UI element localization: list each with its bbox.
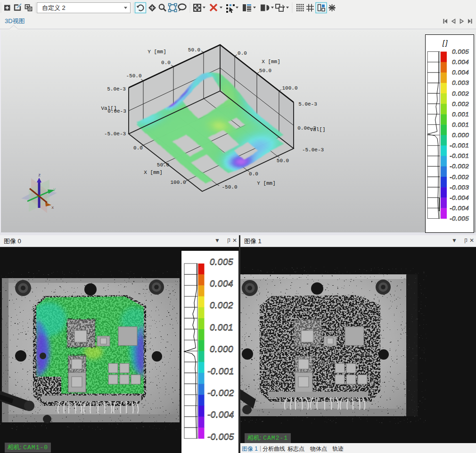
svg-text:0.0: 0.0 (238, 50, 247, 56)
svg-text:5.0e-3: 5.0e-3 (298, 101, 317, 107)
svg-text:-5.0e-3: -5.0e-3 (302, 147, 324, 153)
svg-text:0.001: 0.001 (452, 111, 469, 118)
svg-text:0.0: 0.0 (161, 60, 171, 66)
svg-text:0.002: 0.002 (452, 100, 469, 107)
svg-text:-5.0e-3: -5.0e-3 (104, 131, 126, 137)
svg-text:Y [mm]: Y [mm] (257, 181, 276, 186)
svg-text:0.003: 0.003 (452, 79, 469, 86)
svg-text:0.000: 0.000 (210, 344, 233, 354)
svg-text:-0.001: -0.001 (207, 366, 234, 376)
svg-text:0.0: 0.0 (133, 145, 143, 151)
svg-text:-0.005: -0.005 (450, 215, 469, 222)
svg-text:0.0e-3: 0.0e-3 (107, 108, 126, 114)
svg-text:-0.004: -0.004 (450, 194, 469, 201)
svg-text:-0.002: -0.002 (207, 388, 234, 398)
svg-text:自定义 2: 自定义 2 (42, 4, 66, 11)
svg-text:-50.0: -50.0 (126, 73, 141, 79)
svg-text:Val[]: Val[] (310, 127, 325, 132)
svg-text:0.002: 0.002 (452, 90, 469, 97)
svg-text:z: z (38, 173, 41, 178)
svg-text:50.0: 50.0 (259, 68, 271, 74)
svg-text:-0.004: -0.004 (207, 410, 234, 420)
svg-text:0.002: 0.002 (210, 300, 233, 310)
svg-text:50.0: 50.0 (157, 162, 169, 168)
svg-text:100.0: 100.0 (282, 85, 297, 91)
svg-text:-0.001: -0.001 (450, 142, 469, 149)
svg-text:-0.002: -0.002 (450, 163, 469, 170)
svg-text:0.005: 0.005 (452, 48, 469, 55)
svg-text:y: y (53, 187, 56, 192)
svg-text:-0.002: -0.002 (450, 173, 469, 181)
svg-text:-0.004: -0.004 (450, 205, 469, 212)
svg-text:X [mm]: X [mm] (144, 170, 163, 175)
svg-text:-50.0: -50.0 (222, 184, 237, 190)
svg-text:100.0: 100.0 (170, 180, 186, 185)
svg-text:-0.005: -0.005 (207, 432, 234, 442)
svg-text:5.0e-3: 5.0e-3 (107, 86, 126, 92)
svg-text:0.005: 0.005 (210, 257, 233, 267)
svg-text:0.004: 0.004 (452, 69, 469, 76)
svg-text:x: x (51, 206, 54, 210)
svg-text:0.001: 0.001 (452, 121, 469, 128)
svg-text:50.0: 50.0 (188, 47, 200, 53)
svg-text:0.000: 0.000 (452, 132, 469, 139)
svg-text:-0.001: -0.001 (450, 152, 469, 159)
svg-text:-0.003: -0.003 (450, 184, 469, 191)
svg-text:0.004: 0.004 (452, 58, 469, 66)
svg-text:Y [mm]: Y [mm] (148, 49, 166, 55)
svg-text:[]: [] (442, 39, 448, 47)
svg-text:0.001: 0.001 (210, 322, 233, 332)
svg-text:0.0: 0.0 (249, 171, 258, 177)
svg-text:X [mm]: X [mm] (262, 59, 280, 65)
svg-text:0.004: 0.004 (210, 279, 233, 288)
svg-text:50.0: 50.0 (277, 158, 289, 164)
